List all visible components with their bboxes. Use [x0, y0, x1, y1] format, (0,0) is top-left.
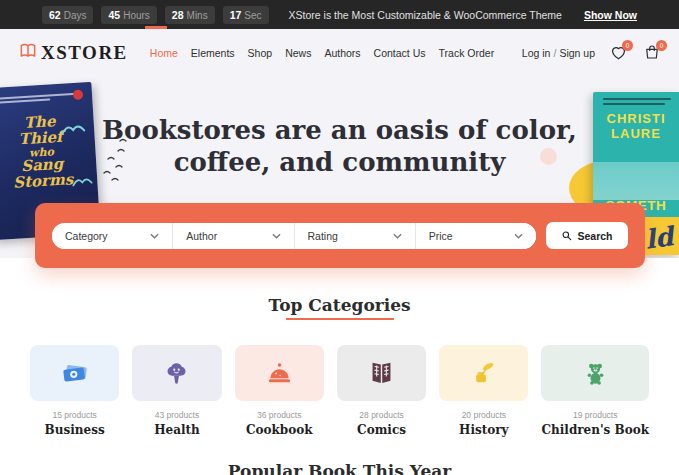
- countdown-hours: 45Hours: [101, 6, 156, 24]
- price-dropdown[interactable]: Price: [416, 223, 536, 249]
- category-dropdown-label: Category: [65, 230, 108, 242]
- category-card-history[interactable]: 20 products History: [439, 345, 528, 437]
- filter-pill: Category Author Rating Price: [52, 223, 536, 249]
- popular-books-title: Popular Book This Year: [0, 461, 679, 475]
- category-card-tile: [132, 345, 221, 401]
- category-count: 15 products: [30, 410, 119, 420]
- header-actions: Log in/Sign up 0 0: [522, 43, 663, 63]
- category-card-tile: [337, 345, 426, 401]
- search-button[interactable]: Search: [546, 222, 628, 249]
- search-icon: [561, 230, 572, 241]
- category-card-tile: [439, 345, 528, 401]
- countdown-mins-unit: Mins: [187, 10, 208, 21]
- cart-button[interactable]: 0: [643, 43, 663, 63]
- countdown-days: 62Days: [42, 6, 93, 24]
- nav-authors[interactable]: Authors: [324, 47, 360, 59]
- nav-track-order[interactable]: Track Order: [439, 47, 495, 59]
- category-card-tile: [541, 345, 649, 401]
- category-card-cookbook[interactable]: 36 products Cookbook: [235, 345, 324, 437]
- book-quote-line: [0, 98, 50, 103]
- nav-shop[interactable]: Shop: [248, 47, 273, 59]
- promo-message: XStore is the Most Customizable & WooCom…: [289, 9, 562, 21]
- category-dropdown[interactable]: Category: [52, 223, 173, 249]
- category-card-comics[interactable]: 28 products Comics: [337, 345, 426, 437]
- nav-news[interactable]: News: [285, 47, 311, 59]
- search-button-label: Search: [577, 230, 612, 242]
- bird-illustration: [71, 174, 94, 189]
- login-signup-divider: /: [553, 47, 556, 59]
- wishlist-count-badge: 0: [622, 40, 633, 51]
- flock-of-birds-decoration: [96, 137, 130, 185]
- right-book-top-text: [603, 98, 671, 105]
- chevron-down-icon: [393, 233, 402, 239]
- price-dropdown-label: Price: [429, 230, 453, 242]
- wishlist-button[interactable]: 0: [609, 43, 629, 63]
- nav-contact-us[interactable]: Contact Us: [374, 47, 426, 59]
- category-name: History: [439, 423, 528, 437]
- category-count: 19 products: [541, 410, 649, 420]
- category-count: 36 products: [235, 410, 324, 420]
- category-card-health[interactable]: 43 products Health: [132, 345, 221, 437]
- cloche-icon: [265, 359, 294, 388]
- comic-book-icon: [367, 359, 396, 388]
- show-now-link[interactable]: Show Now: [584, 9, 637, 21]
- publisher-logo-dot: [73, 89, 84, 100]
- countdown-days-unit: Days: [64, 10, 87, 21]
- nav-home[interactable]: Home: [150, 47, 178, 59]
- book-logo-icon: [18, 41, 38, 65]
- rating-dropdown-label: Rating: [308, 230, 338, 242]
- right-book-sky-art: [593, 162, 679, 200]
- right-book-author-line2: LAURE: [593, 127, 679, 142]
- countdown-hours-value: 45: [108, 9, 120, 21]
- logo-text: XSTORE: [41, 42, 128, 64]
- category-name: Children's Book: [541, 423, 649, 437]
- nav-elements[interactable]: Elements: [191, 47, 235, 59]
- chevron-down-icon: [150, 233, 159, 239]
- chevron-down-icon: [514, 233, 523, 239]
- category-card-childrens-book[interactable]: 19 products Children's Book: [541, 345, 649, 437]
- book-filter-bar: Category Author Rating Price Search: [35, 203, 645, 268]
- category-count: 43 products: [132, 410, 221, 420]
- top-categories-title: Top Categories: [0, 295, 679, 315]
- title-underline: [286, 318, 394, 320]
- bird-illustration: [60, 120, 87, 138]
- active-menu-indicator: [145, 26, 167, 29]
- page: 62Days 45Hours 28Mins 17Sec XStore is th…: [0, 0, 679, 475]
- inkwell-icon: [469, 359, 498, 388]
- author-dropdown[interactable]: Author: [173, 223, 294, 249]
- category-cards-row: 15 products Business 43 products Health: [30, 345, 649, 437]
- category-name: Business: [30, 423, 119, 437]
- chevron-down-icon: [272, 233, 281, 239]
- category-name: Health: [132, 423, 221, 437]
- countdown-secs: 17Sec: [223, 6, 269, 24]
- category-card-business[interactable]: 15 products Business: [30, 345, 119, 437]
- login-link[interactable]: Log in: [522, 47, 551, 59]
- right-book-author: CHRISTI LAURE: [593, 112, 679, 142]
- right-book-author-line1: CHRISTI: [593, 112, 679, 127]
- countdown-secs-value: 17: [230, 9, 242, 21]
- main-nav: Home Elements Shop News Authors Contact …: [150, 47, 494, 59]
- category-name: Cookbook: [235, 423, 324, 437]
- signup-link[interactable]: Sign up: [559, 47, 595, 59]
- countdown-mins-value: 28: [172, 9, 184, 21]
- countdown-hours-unit: Hours: [123, 10, 150, 21]
- logo[interactable]: XSTORE: [18, 41, 128, 65]
- account-links: Log in/Sign up: [522, 47, 595, 59]
- countdown-days-value: 62: [49, 9, 61, 21]
- category-count: 28 products: [337, 410, 426, 420]
- teddy-bear-icon: [582, 360, 609, 387]
- right-book-script-text: ld: [643, 221, 675, 255]
- category-count: 20 products: [439, 410, 528, 420]
- money-icon: [60, 358, 90, 388]
- category-card-tile: [30, 345, 119, 401]
- rating-dropdown[interactable]: Rating: [295, 223, 416, 249]
- cart-count-badge: 0: [656, 40, 667, 51]
- author-dropdown-label: Author: [186, 230, 217, 242]
- countdown-secs-unit: Sec: [244, 10, 261, 21]
- broccoli-icon: [163, 360, 190, 387]
- category-name: Comics: [337, 423, 426, 437]
- category-card-tile: [235, 345, 324, 401]
- countdown-mins: 28Mins: [165, 6, 215, 24]
- promo-topbar: 62Days 45Hours 28Mins 17Sec XStore is th…: [0, 0, 679, 29]
- site-header: XSTORE Home Elements Shop News Authors C…: [18, 38, 663, 68]
